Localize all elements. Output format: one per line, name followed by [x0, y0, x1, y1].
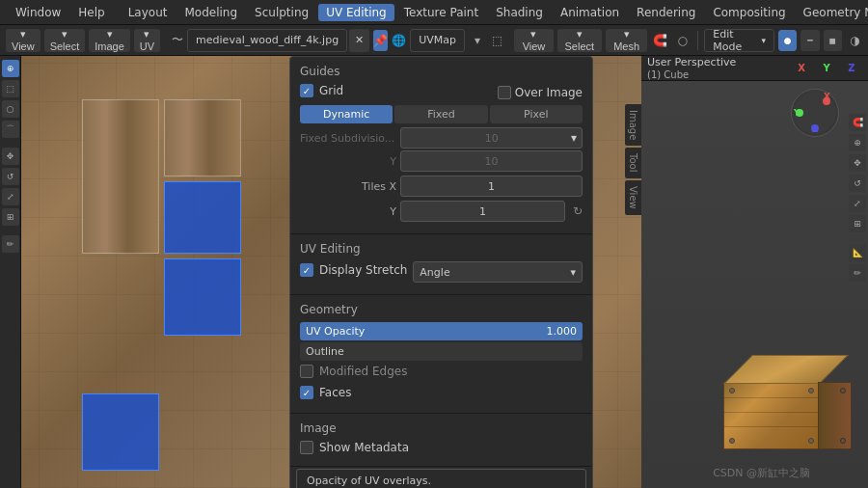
tiles-refresh-icon[interactable]: ↻: [573, 204, 583, 218]
scale-btn[interactable]: ⤢: [2, 188, 19, 205]
display-stretch-select[interactable]: Angle ▾: [413, 261, 583, 283]
select-menu-btn[interactable]: ▾ Select: [44, 29, 86, 52]
proportional-icon[interactable]: ○: [673, 30, 692, 51]
globe-icon[interactable]: 🌐: [392, 30, 406, 51]
tiles-x-value[interactable]: 1: [400, 176, 583, 197]
gizmo-dot-y: [796, 109, 803, 117]
vp-rotate-btn[interactable]: ↺: [849, 175, 866, 192]
fixed-y-value[interactable]: 10: [400, 150, 583, 172]
gizmo-x-icon[interactable]: X: [791, 58, 812, 79]
menu-help[interactable]: Help: [70, 4, 112, 21]
main-area: ⊕ ⬚ ○ ⌒ ✥ ↺ ⤢ ⊞ ✏ Image Tool View: [0, 56, 868, 488]
move-btn[interactable]: ✥: [2, 148, 19, 165]
vp-scale-btn[interactable]: ⤢: [849, 195, 866, 212]
vp-annotate-btn[interactable]: ✏: [849, 264, 866, 282]
tiles-y-label: Y: [300, 205, 396, 218]
rotate-btn[interactable]: ↺: [2, 168, 19, 185]
menu-uv-editing[interactable]: UV Editing: [318, 4, 394, 21]
tab-fixed[interactable]: Fixed: [394, 105, 487, 123]
show-metadata-row: Show Metadata: [300, 441, 583, 454]
uv-menu-btn[interactable]: ▾ UV: [134, 29, 160, 52]
annotate-btn[interactable]: ✏: [2, 235, 19, 253]
select-mode-1[interactable]: ●: [778, 30, 797, 51]
nav-gizmo[interactable]: X Y Z: [791, 89, 839, 137]
vp-measure-btn[interactable]: 📐: [849, 244, 866, 261]
display-stretch-checkbox[interactable]: [300, 263, 313, 277]
select-mode-2[interactable]: ━: [800, 30, 819, 51]
menu-bar: Window Help Layout Modeling Sculpting UV…: [0, 0, 868, 25]
tiles-y-value[interactable]: 1: [400, 201, 565, 222]
gizmo-y-icon[interactable]: Y: [816, 58, 837, 79]
waveform-icon[interactable]: 〜: [172, 30, 183, 51]
mesh-btn[interactable]: ▾ Mesh: [606, 29, 647, 52]
vp-cursor-btn[interactable]: ⊕: [849, 134, 866, 151]
uv-opacity-label: UV Opacity: [306, 325, 365, 338]
menu-window[interactable]: Window: [8, 4, 68, 21]
view-menu-btn[interactable]: ▾ View: [6, 29, 41, 52]
edit-mode-box[interactable]: Edit Mode ▾: [704, 29, 774, 52]
uvmap-dropdown-icon[interactable]: ▾: [467, 30, 488, 51]
gizmo-z-icon[interactable]: Z: [841, 58, 862, 79]
menu-geometry[interactable]: Geometry N: [796, 4, 868, 21]
fixed-sub-dropdown[interactable]: ▾: [571, 131, 577, 145]
frame-icon[interactable]: ⬚: [492, 30, 502, 51]
outline-label: Outline: [306, 345, 344, 358]
faces-row: Faces: [300, 384, 583, 401]
pin-icon[interactable]: 📌: [373, 30, 388, 51]
tooltip-text: Opacity of UV overlays.: [307, 474, 431, 487]
bolt-tl: [729, 388, 735, 393]
faces-checkbox[interactable]: [300, 386, 313, 399]
viewport-title: User Perspective (1) Cube: [647, 56, 736, 81]
cursor-tool-btn[interactable]: ⊕: [2, 60, 19, 77]
menu-animation[interactable]: Animation: [553, 4, 627, 21]
select-circle-btn[interactable]: ○: [2, 100, 19, 118]
fixed-sub-input[interactable]: 10: [400, 127, 583, 149]
tab-pixel[interactable]: Pixel: [490, 105, 583, 123]
over-image-checkbox[interactable]: [498, 86, 511, 99]
menu-compositing[interactable]: Compositing: [705, 4, 793, 21]
gizmo-dot-z: [811, 124, 819, 132]
fixed-sub-label: Fixed Subdivisio...: [300, 132, 400, 145]
vp-snap-btn[interactable]: 🧲: [849, 114, 866, 131]
modified-edges-row: Modified Edges: [300, 363, 583, 380]
overlay-icon[interactable]: ◑: [846, 30, 864, 51]
vp-move-btn[interactable]: ✥: [849, 154, 866, 172]
menu-modeling[interactable]: Modeling: [176, 4, 245, 21]
snap-icon[interactable]: 🧲: [651, 30, 669, 51]
menu-layout[interactable]: Layout: [121, 4, 176, 21]
select-mode-3[interactable]: ◼: [824, 30, 842, 51]
menu-shading[interactable]: Shading: [488, 4, 551, 21]
select-lasso-btn[interactable]: ⌒: [2, 121, 19, 138]
over-image-label: Over Image: [515, 86, 583, 99]
menu-texture-paint[interactable]: Texture Paint: [396, 4, 486, 21]
tab-dynamic[interactable]: Dynamic: [300, 105, 393, 123]
bolt-side-br: [840, 438, 846, 444]
transform-btn[interactable]: ⊞: [2, 208, 19, 226]
file-options-btn[interactable]: ✕: [349, 29, 369, 52]
uv-opacity-value: 1.000: [547, 325, 578, 338]
select-3d-btn[interactable]: ▾ Select: [557, 29, 602, 52]
grain-3: [724, 426, 819, 427]
uv-editing-header: UV Editing: [300, 242, 583, 256]
view-3d-btn[interactable]: ▾ View: [514, 29, 553, 52]
tiles-x-row: Tiles X 1: [300, 176, 583, 197]
over-image-area: Over Image: [498, 86, 583, 99]
image-menu-btn[interactable]: ▾ Image: [89, 29, 130, 52]
uv-opacity-row[interactable]: UV Opacity 1.000: [300, 322, 583, 340]
nav-gizmo-container: X Y Z: [791, 89, 839, 137]
uvmap-label: UVMap: [419, 34, 456, 46]
uv-editing-section: UV Editing Display Stretch Angle ▾: [290, 234, 592, 295]
uv-view-tab[interactable]: View: [625, 180, 641, 215]
show-metadata-checkbox[interactable]: [300, 441, 313, 454]
vp-transform-btn[interactable]: ⊞: [849, 215, 866, 232]
modified-edges-checkbox[interactable]: [300, 365, 313, 378]
uv-tool-tab[interactable]: Tool: [625, 148, 641, 177]
select-box-btn[interactable]: ⬚: [2, 80, 19, 97]
menu-rendering[interactable]: Rendering: [629, 4, 703, 21]
uv-image-tab[interactable]: Image: [625, 104, 641, 146]
geometry-header: Geometry: [300, 303, 583, 316]
uv-tile-wood-2: [164, 99, 241, 176]
outline-row: Outline: [300, 342, 583, 361]
menu-sculpting[interactable]: Sculpting: [247, 4, 316, 21]
grid-checkbox[interactable]: [300, 84, 313, 97]
